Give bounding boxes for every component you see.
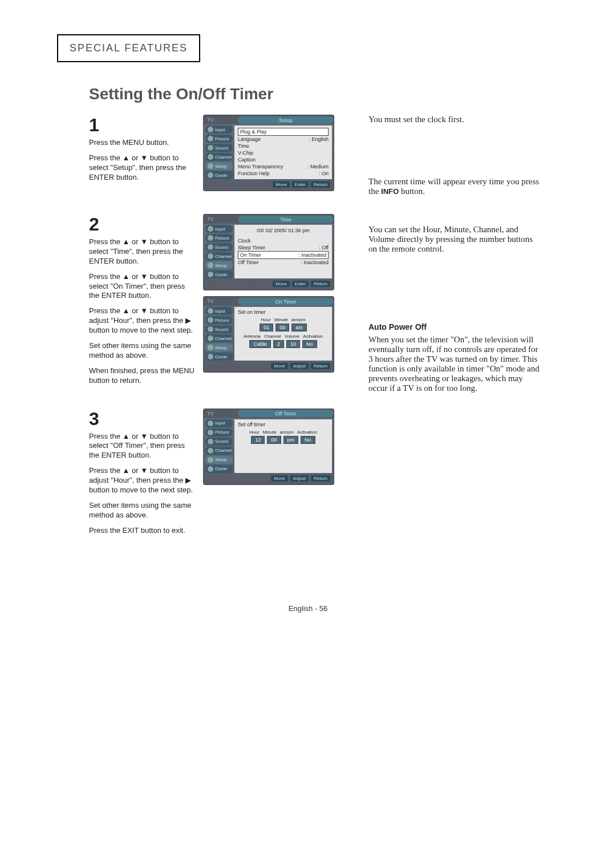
osd-tab-setup: Setup bbox=[205, 162, 233, 170]
setup-icon bbox=[208, 262, 213, 268]
osd-tab-channel: Channel bbox=[205, 252, 233, 260]
guide-icon bbox=[208, 354, 213, 359]
osd-title-ontimer: On Timer bbox=[238, 298, 334, 305]
osd-tab-input: Input bbox=[205, 126, 233, 134]
off-minute: 00 bbox=[267, 436, 281, 444]
step1-text-2: Press the ▲ or ▼ button to select "Setup… bbox=[89, 153, 196, 183]
side-note-3: You can set the Hour, Minute, Channel, a… bbox=[368, 225, 540, 254]
osd-move-btn: Move bbox=[271, 363, 288, 369]
osd-tab-setup: Setup bbox=[205, 456, 233, 464]
osd-tab-sound: Sound bbox=[205, 438, 233, 446]
osd-return-btn: Return bbox=[311, 181, 330, 188]
page-number: English - 56 bbox=[57, 604, 559, 613]
side-note-2: The current time will appear every time … bbox=[368, 177, 540, 196]
on-ampm: am bbox=[291, 324, 307, 331]
page-title: Setting the On/Off Timer bbox=[89, 85, 559, 103]
setup-icon bbox=[208, 163, 213, 169]
osd-tv-label: TV bbox=[204, 298, 238, 304]
step3-text-1: Press the ▲ or ▼ button to select "Off T… bbox=[89, 432, 196, 461]
osd-main-offtimer: Set off timer Hour Minute am/pm Activati… bbox=[234, 419, 332, 473]
step-number-3: 3 bbox=[89, 409, 196, 430]
osd-tab-input: Input bbox=[205, 307, 233, 315]
input-icon bbox=[208, 127, 213, 132]
channel-icon bbox=[208, 448, 213, 454]
section-header: SPECIAL FEATURES bbox=[57, 34, 200, 62]
step2-text-3: Press the ▲ or ▼ button to adjust "Hour"… bbox=[89, 306, 196, 335]
osd-title-offtimer: Off Timer bbox=[238, 410, 334, 417]
osd-tab-input: Input bbox=[205, 225, 233, 233]
osd-tab-guide: Guide bbox=[205, 353, 233, 361]
input-icon bbox=[208, 420, 213, 426]
osd-tab-channel: Channel bbox=[205, 334, 233, 342]
osd-off-timer: TV Off Timer Input Picture Sound Channel… bbox=[203, 409, 334, 485]
sound-icon bbox=[208, 244, 213, 250]
picture-icon bbox=[208, 235, 213, 241]
osd-move-btn: Move bbox=[273, 281, 290, 287]
sound-icon bbox=[208, 326, 213, 332]
input-icon bbox=[208, 308, 213, 314]
setup-icon bbox=[208, 345, 213, 350]
side-note-1: You must set the clock first. bbox=[368, 115, 540, 124]
osd-adjust-btn: Adjust bbox=[290, 475, 309, 482]
off-hour: 12 bbox=[251, 436, 265, 444]
osd-adjust-btn: Adjust bbox=[290, 363, 309, 369]
step2-text-4: Set other items using the same method as… bbox=[89, 341, 196, 361]
channel-icon bbox=[208, 253, 213, 259]
osd-tab-picture: Picture bbox=[205, 234, 233, 242]
osd-tab-sound: Sound bbox=[205, 325, 233, 333]
guide-icon bbox=[208, 466, 213, 472]
osd-tv-label: TV bbox=[204, 117, 238, 123]
osd-tab-channel: Channel bbox=[205, 447, 233, 455]
off-ampm: pm bbox=[283, 436, 299, 444]
osd-title: Setup bbox=[238, 116, 334, 124]
side-note-auto: Auto Power Off When you set the timer "O… bbox=[368, 322, 540, 393]
on-channel: 2 bbox=[273, 340, 284, 348]
step-number-1: 1 bbox=[89, 115, 196, 136]
osd-tab-picture: Picture bbox=[205, 135, 233, 143]
step-1: 1 Press the MENU button. Press the ▲ or … bbox=[89, 115, 334, 197]
osd-return-btn: Return bbox=[311, 281, 330, 287]
sound-icon bbox=[208, 439, 213, 444]
osd-move-btn: Move bbox=[271, 475, 288, 482]
step-2: 2 Press the ▲ or ▼ button to select "Tim… bbox=[89, 214, 334, 391]
osd-time: TV Time Input Picture Sound Channel Setu… bbox=[203, 214, 334, 290]
osd-main-time: 03/ 02/ 2005/ 01:36 pm Clock Sleep Timer… bbox=[234, 225, 332, 278]
osd-tab-picture: Picture bbox=[205, 316, 233, 324]
section-header-text: SPECIAL FEATURES bbox=[70, 42, 188, 54]
on-hour: 01 bbox=[260, 324, 273, 331]
osd-tab-setup: Setup bbox=[205, 343, 233, 351]
channel-icon bbox=[208, 154, 213, 160]
on-activation: No bbox=[302, 340, 317, 348]
step1-text-1: Press the MENU button. bbox=[89, 138, 196, 148]
osd-tab-picture: Picture bbox=[205, 428, 233, 436]
step2-text-1: Press the ▲ or ▼ button to select "Time"… bbox=[89, 237, 196, 266]
osd-tab-guide: Guide bbox=[205, 171, 233, 179]
osd-tab-sound: Sound bbox=[205, 144, 233, 152]
step-3: 3 Press the ▲ or ▼ button to select "Off… bbox=[89, 409, 334, 541]
channel-icon bbox=[208, 335, 213, 341]
on-volume: 10 bbox=[286, 340, 300, 348]
auto-power-off-title: Auto Power Off bbox=[368, 322, 540, 331]
step3-text-4: Press the EXIT button to exit. bbox=[89, 526, 196, 536]
osd-tab-channel: Channel bbox=[205, 153, 233, 161]
osd-tab-sound: Sound bbox=[205, 243, 233, 251]
osd-return-btn: Return bbox=[311, 363, 330, 369]
osd-enter-btn: Enter bbox=[292, 181, 309, 188]
osd-setup: TV Setup Input Picture Sound Channel Set… bbox=[203, 115, 334, 191]
step2-text-5: When finished, press the MENU button to … bbox=[89, 366, 196, 386]
picture-icon bbox=[208, 136, 213, 141]
picture-icon bbox=[208, 317, 213, 323]
osd-move-btn: Move bbox=[273, 181, 290, 188]
osd-main-ontimer: Set on timer Hour Minute am/pm 01 00 bbox=[234, 307, 332, 361]
on-minute: 00 bbox=[275, 324, 289, 331]
osd-tv-label: TV bbox=[204, 216, 238, 222]
osd-title-time: Time bbox=[238, 216, 334, 223]
osd-on-timer: TV On Timer Input Picture Sound Channel … bbox=[203, 296, 334, 373]
osd-return-btn: Return bbox=[311, 475, 330, 482]
on-antenna: Cable bbox=[249, 340, 271, 348]
step3-text-3: Set other items using the same method as… bbox=[89, 501, 196, 520]
picture-icon bbox=[208, 430, 213, 435]
guide-icon bbox=[208, 172, 213, 178]
sound-icon bbox=[208, 145, 213, 151]
setup-icon bbox=[208, 457, 213, 463]
